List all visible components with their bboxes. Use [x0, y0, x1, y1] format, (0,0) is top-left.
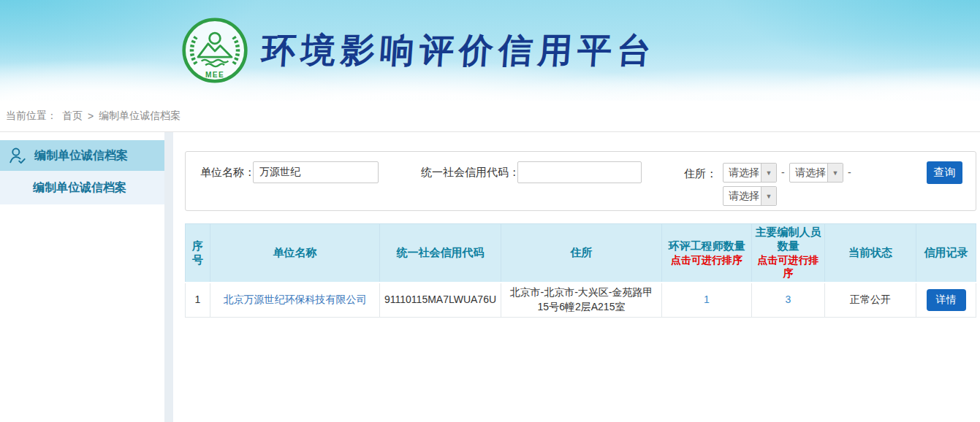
sidebar-divider — [164, 132, 173, 422]
sidebar: 编制单位诚信档案 编制单位诚信档案 — [0, 132, 164, 422]
detail-button[interactable]: 详情 — [927, 289, 966, 311]
cell-status: 正常公开 — [825, 283, 916, 317]
sort-hint[interactable]: 点击可进行排序 — [664, 254, 749, 267]
col-index: 序号 — [186, 224, 210, 283]
cell-unit-name: 北京万源世纪环保科技有限公司 — [210, 283, 380, 317]
col-staff-count-sortable[interactable]: 主要编制人员数量 点击可进行排序 — [752, 224, 825, 283]
sidebar-subitem-label: 编制单位诚信档案 — [33, 180, 126, 196]
address-district-select[interactable]: 请选择 ▼ — [723, 186, 777, 206]
content-area: 编制单位诚信档案 编制单位诚信档案 单位名称： 统一社会信用代码： 住所： 请选… — [0, 132, 980, 422]
chevron-down-icon[interactable]: ▼ — [827, 164, 843, 182]
sidebar-item-label: 编制单位诚信档案 — [34, 148, 128, 164]
address-label: 住所： — [684, 163, 717, 185]
col-credit-code: 统一社会信用代码 — [380, 224, 501, 283]
cell-credit-record: 详情 — [916, 283, 976, 317]
cell-index: 1 — [186, 283, 210, 317]
col-credit-record: 信用记录 — [916, 224, 976, 283]
address-district-value: 请选择 — [723, 190, 761, 203]
sidebar-subitem-unit-credit-archive[interactable]: 编制单位诚信档案 — [0, 171, 164, 204]
breadcrumb-home-link[interactable]: 首页 — [62, 110, 83, 123]
col-engineer-count-label: 环评工程师数量 — [669, 239, 745, 252]
breadcrumb-label: 当前位置： — [6, 110, 57, 123]
col-engineer-count-sortable[interactable]: 环评工程师数量 点击可进行排序 — [662, 224, 752, 283]
site-title: 环境影响评价信用平台 — [260, 28, 658, 74]
address-city-value: 请选择 — [790, 166, 827, 180]
address-dash: - — [848, 166, 851, 178]
col-staff-count-label: 主要编制人员数量 — [756, 226, 821, 252]
mee-logo-icon: MEE — [181, 17, 248, 84]
main-panel: 单位名称： 统一社会信用代码： 住所： 请选择 ▼ - 请选择 ▼ - 请选择 … — [173, 132, 980, 422]
credit-code-label: 统一社会信用代码： — [421, 161, 520, 183]
credit-code-input[interactable] — [517, 161, 642, 183]
breadcrumb-current: 编制单位诚信档案 — [99, 110, 181, 123]
table-header-row: 序号 单位名称 统一社会信用代码 住所 环评工程师数量 点击可进行排序 主要编制… — [186, 224, 976, 283]
engineer-count-link[interactable]: 1 — [704, 294, 710, 305]
unit-name-link[interactable]: 北京万源世纪环保科技有限公司 — [224, 294, 367, 305]
unit-name-input[interactable] — [253, 161, 379, 183]
user-check-icon — [8, 146, 27, 165]
cell-credit-code: 91110115MA7LWUA76U — [380, 283, 501, 317]
col-status: 当前状态 — [825, 224, 916, 283]
breadcrumb-separator: > — [88, 110, 94, 122]
address-province-value: 请选择 — [723, 166, 761, 180]
unit-name-label: 单位名称： — [200, 161, 255, 183]
results-table: 序号 单位名称 统一社会信用代码 住所 环评工程师数量 点击可进行排序 主要编制… — [185, 223, 976, 318]
cell-address: 北京市-北京市-大兴区-金苑路甲15号6幢2层A215室 — [501, 283, 662, 317]
cell-engineer-count: 1 — [662, 283, 752, 317]
col-address: 住所 — [501, 224, 662, 283]
sort-hint[interactable]: 点击可进行排序 — [754, 254, 822, 280]
site-header: MEE 环境影响评价信用平台 — [0, 0, 980, 101]
staff-count-link[interactable]: 3 — [786, 294, 791, 305]
search-panel: 单位名称： 统一社会信用代码： 住所： 请选择 ▼ - 请选择 ▼ - 请选择 … — [185, 151, 976, 211]
cell-staff-count: 3 — [752, 283, 825, 317]
chevron-down-icon[interactable]: ▼ — [761, 164, 776, 182]
chevron-down-icon[interactable]: ▼ — [761, 187, 776, 205]
breadcrumb: 当前位置： 首页 > 编制单位诚信档案 — [0, 101, 980, 132]
query-button[interactable]: 查询 — [927, 161, 962, 184]
address-city-select[interactable]: 请选择 ▼ — [789, 163, 843, 183]
address-dash: - — [781, 166, 785, 178]
sidebar-item-unit-credit-archive[interactable]: 编制单位诚信档案 — [0, 140, 164, 171]
address-province-select[interactable]: 请选择 ▼ — [723, 163, 777, 183]
col-unit-name: 单位名称 — [210, 224, 380, 283]
mee-logo-text: MEE — [205, 71, 224, 79]
table-row: 1 北京万源世纪环保科技有限公司 91110115MA7LWUA76U 北京市-… — [186, 283, 976, 317]
